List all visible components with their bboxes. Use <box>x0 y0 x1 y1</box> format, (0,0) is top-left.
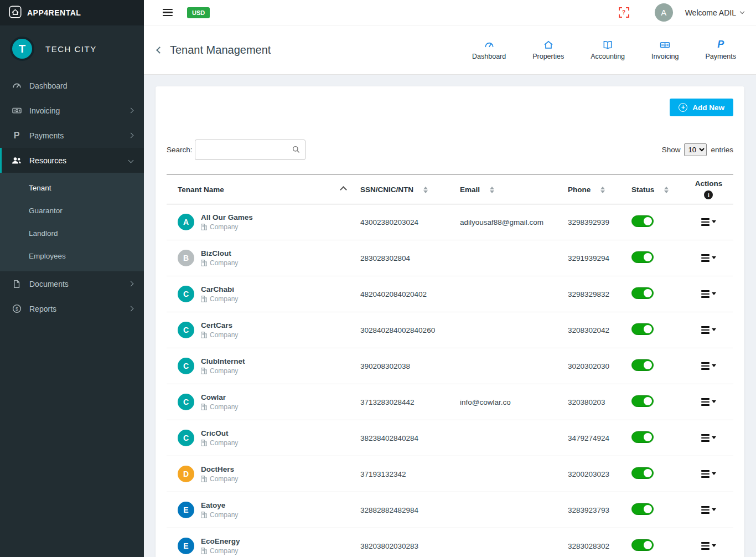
hamburger-menu-icon[interactable] <box>163 9 173 17</box>
quicknav-properties[interactable]: Properties <box>532 39 564 60</box>
tenant-card: + Add New Search: <box>156 86 744 557</box>
show-entries: Show 10 entries <box>662 143 733 156</box>
submenu-item-guarantor[interactable]: Guarantor <box>0 199 144 222</box>
sidebar-item-label: Invoicing <box>29 106 60 115</box>
quicknav-accounting[interactable]: Accounting <box>591 39 625 60</box>
user-menu[interactable]: Welcome ADIL <box>685 8 744 17</box>
sort-icon <box>664 187 669 194</box>
status-toggle[interactable] <box>631 323 654 335</box>
actions-menu-button[interactable] <box>699 360 718 372</box>
actions-menu-button[interactable] <box>699 504 718 515</box>
tenant-type-label: Company <box>210 475 238 483</box>
actions-menu-button[interactable] <box>699 396 718 408</box>
back-button[interactable] <box>157 48 162 53</box>
submenu-item-tenant[interactable]: Tenant <box>0 177 144 199</box>
table-row: A All Our Games Company 43002380203024 a… <box>167 204 733 240</box>
submenu-item-landlord[interactable]: Landlord <box>0 222 144 245</box>
sidebar-item-reports[interactable]: $ Reports <box>0 296 144 321</box>
add-new-button[interactable]: + Add New <box>670 99 733 116</box>
currency-badge[interactable]: USD <box>187 7 210 18</box>
tenant-name-link[interactable]: DoctHers <box>201 465 238 473</box>
home-icon <box>543 39 554 50</box>
card-toolbar: + Add New <box>167 99 733 116</box>
column-header-phone[interactable]: Phone <box>568 185 631 194</box>
quicknav-payments[interactable]: P Payments <box>705 39 736 60</box>
payments-p-icon: P <box>717 39 724 50</box>
tenant-name-link[interactable]: Eatoye <box>201 501 238 509</box>
banknote-icon <box>659 39 671 50</box>
tenant-name-link[interactable]: CarChabi <box>201 285 238 293</box>
status-toggle[interactable] <box>631 251 654 263</box>
status-toggle[interactable] <box>631 287 654 299</box>
status-toggle[interactable] <box>631 467 654 479</box>
column-header-email[interactable]: Email <box>460 185 568 194</box>
actions-menu-button[interactable] <box>699 324 718 336</box>
tenant-name-link[interactable]: All Our Games <box>201 213 253 221</box>
caret-down-icon <box>712 328 716 331</box>
sidebar-item-documents[interactable]: Documents <box>0 271 144 296</box>
status-toggle[interactable] <box>631 503 654 515</box>
actions-menu-button[interactable] <box>699 432 718 443</box>
tenant-ssn: 38238402840284 <box>360 434 460 442</box>
sidebar-item-label: Documents <box>29 280 69 288</box>
tenant-phone: 3298392939 <box>568 218 631 226</box>
status-toggle[interactable] <box>631 395 654 407</box>
fullscreen-scan-icon[interactable]: ? <box>619 7 629 18</box>
tenant-name-link[interactable]: CricOut <box>201 429 238 437</box>
status-toggle[interactable] <box>631 215 654 227</box>
status-toggle[interactable] <box>631 431 654 443</box>
menu-bars-icon <box>701 218 710 225</box>
status-toggle[interactable] <box>631 539 654 551</box>
chevron-right-icon <box>128 281 134 287</box>
sidebar-menu: Dashboard Invoicing P Payments Resources <box>0 73 144 321</box>
tenant-name-link[interactable]: ClubInternet <box>201 357 245 365</box>
tenant-ssn: 390208302038 <box>360 362 460 370</box>
sidebar-item-dashboard[interactable]: Dashboard <box>0 73 144 98</box>
column-header-status[interactable]: Status <box>631 185 684 194</box>
sidebar-item-resources[interactable]: Resources <box>0 148 144 173</box>
column-header-ssn[interactable]: SSN/CNIC/NTN <box>360 185 460 194</box>
submenu-item-employees[interactable]: Employees <box>0 245 144 267</box>
quicknav-dashboard[interactable]: Dashboard <box>472 39 506 60</box>
search-input[interactable] <box>195 140 305 160</box>
actions-menu-button[interactable] <box>699 468 718 479</box>
chevron-right-icon <box>128 108 134 114</box>
tenant-avatar: C <box>178 286 194 302</box>
tenant-name-link[interactable]: BizClout <box>201 249 238 257</box>
payments-p-icon: P <box>11 131 22 141</box>
tenant-ssn: 283028302804 <box>360 254 460 262</box>
caret-down-icon <box>712 472 716 475</box>
sidebar-item-invoicing[interactable]: Invoicing <box>0 98 144 123</box>
tenant-avatar: A <box>178 214 194 230</box>
org-name: TECH CITY <box>45 44 97 54</box>
toggle-knob <box>644 505 652 513</box>
entries-label: entries <box>711 146 733 154</box>
tenant-type: Company <box>201 259 238 267</box>
welcome-label: Welcome ADIL <box>685 8 736 17</box>
info-icon[interactable]: i <box>704 190 713 199</box>
actions-menu-button[interactable] <box>699 540 718 551</box>
tenant-avatar: C <box>178 322 194 338</box>
tenant-status-cell <box>631 359 684 373</box>
quicknav-invoicing[interactable]: Invoicing <box>651 39 679 60</box>
status-toggle[interactable] <box>631 359 654 371</box>
column-header-name[interactable]: Tenant Name <box>167 185 360 194</box>
tenant-actions-cell <box>684 432 733 443</box>
entries-select[interactable]: 10 <box>684 143 707 156</box>
actions-menu-button[interactable] <box>699 252 718 264</box>
book-icon <box>602 39 613 50</box>
add-new-label: Add New <box>692 104 724 112</box>
menu-bars-icon <box>701 326 710 333</box>
tenant-status-cell <box>631 251 684 265</box>
tenant-name-link[interactable]: Cowlar <box>201 393 238 401</box>
tenant-name-link[interactable]: EcoEnergy <box>201 537 240 545</box>
actions-menu-button[interactable] <box>699 216 718 228</box>
app-root: APP4RENTAL T TECH CITY Dashboard Invoici… <box>0 0 756 557</box>
banknote-icon <box>11 105 22 116</box>
tenant-status-cell <box>631 539 684 553</box>
tenant-name-link[interactable]: CertCars <box>201 321 238 329</box>
submenu-label: Landlord <box>29 229 58 238</box>
user-avatar[interactable]: A <box>655 3 673 22</box>
actions-menu-button[interactable] <box>699 288 718 300</box>
sidebar-item-payments[interactable]: P Payments <box>0 123 144 148</box>
